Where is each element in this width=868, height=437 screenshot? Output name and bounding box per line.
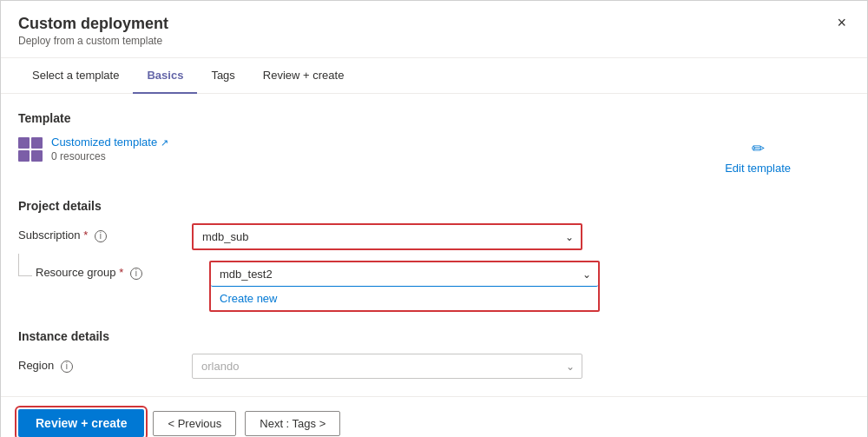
subscription-select-wrapper: mdb_sub ⌄ <box>192 223 582 250</box>
tab-basics[interactable]: Basics <box>133 58 197 94</box>
template-icon <box>18 137 43 162</box>
create-new-link[interactable]: Create new <box>211 287 286 310</box>
dialog-subtitle: Deploy from a custom template <box>18 35 168 47</box>
subscription-info-icon: i <box>95 230 107 242</box>
tab-bar: Select a template Basics Tags Review + c… <box>1 58 867 94</box>
custom-deployment-dialog: Custom deployment Deploy from a custom t… <box>0 0 868 437</box>
region-select[interactable]: orlando <box>193 354 582 378</box>
resource-group-select-wrapper: mdb_test2 ⌄ <box>211 262 598 287</box>
project-details-section: Project details Subscription * i mdb_sub… <box>18 199 850 312</box>
subscription-required: * <box>83 228 88 242</box>
external-link-icon: ↗ <box>161 137 168 148</box>
tab-select-template[interactable]: Select a template <box>18 58 133 94</box>
template-section: Template Customized template ↗ 0 <box>18 111 850 178</box>
template-name-link[interactable]: Customized template <box>51 136 157 149</box>
review-create-button[interactable]: Review + create <box>18 409 144 437</box>
resource-group-inner: mdb_test2 ⌄ Create new <box>211 262 598 310</box>
edit-template-label: Edit template <box>725 162 791 175</box>
icon-cell-2 <box>31 137 43 149</box>
region-label: Region i <box>18 354 192 373</box>
region-input-wrapper: orlando ⌄ <box>192 354 582 379</box>
icon-cell-1 <box>18 137 30 149</box>
resource-group-info-icon: i <box>130 268 142 280</box>
template-name-row: Customized template ↗ <box>51 136 168 149</box>
icon-cell-3 <box>18 150 30 162</box>
instance-details-title: Instance details <box>18 329 850 343</box>
tab-review-create[interactable]: Review + create <box>249 58 358 94</box>
resource-group-input-wrapper: mdb_test2 ⌄ Create new <box>209 261 600 312</box>
close-button[interactable]: × <box>833 15 850 30</box>
subscription-label: Subscription * i <box>18 223 192 242</box>
dialog-header: Custom deployment Deploy from a custom t… <box>1 1 867 58</box>
template-section-title: Template <box>18 111 850 125</box>
tab-tags[interactable]: Tags <box>197 58 248 94</box>
subscription-field-group: Subscription * i mdb_sub ⌄ <box>18 223 850 250</box>
instance-details-section: Instance details Region i orlando ⌄ <box>18 329 850 379</box>
previous-button[interactable]: < Previous <box>153 411 236 436</box>
subscription-input-wrapper: mdb_sub ⌄ <box>192 223 582 250</box>
resource-group-required: * <box>119 266 123 279</box>
icon-cell-4 <box>31 150 43 162</box>
resource-group-select[interactable]: mdb_test2 <box>211 262 598 286</box>
next-button[interactable]: Next : Tags > <box>245 411 340 436</box>
edit-template-button[interactable]: ✏ Edit template <box>718 136 798 178</box>
header-text: Custom deployment Deploy from a custom t… <box>18 15 168 47</box>
content-area: Template Customized template ↗ 0 <box>1 94 867 396</box>
template-info: Customized template ↗ 0 resources <box>18 136 168 162</box>
indent-connector <box>18 254 32 276</box>
resource-group-field-group: Resource group * i mdb_test2 ⌄ <box>18 261 850 312</box>
dialog-footer: Review + create < Previous Next : Tags > <box>1 396 867 437</box>
region-field-group: Region i orlando ⌄ <box>18 354 850 379</box>
region-select-wrapper: orlando ⌄ <box>192 354 582 379</box>
resource-group-container: mdb_test2 ⌄ Create new <box>209 261 600 312</box>
pencil-icon: ✏ <box>752 139 765 158</box>
resource-group-label: Resource group * i <box>36 261 209 280</box>
dialog-title: Custom deployment <box>18 15 168 33</box>
subscription-select[interactable]: mdb_sub <box>194 225 581 248</box>
template-resources: 0 resources <box>51 150 168 162</box>
region-info-icon: i <box>61 361 73 373</box>
template-card: Customized template ↗ 0 resources ✏ Edit… <box>18 136 850 178</box>
template-details: Customized template ↗ 0 resources <box>51 136 168 162</box>
project-details-title: Project details <box>18 199 850 213</box>
